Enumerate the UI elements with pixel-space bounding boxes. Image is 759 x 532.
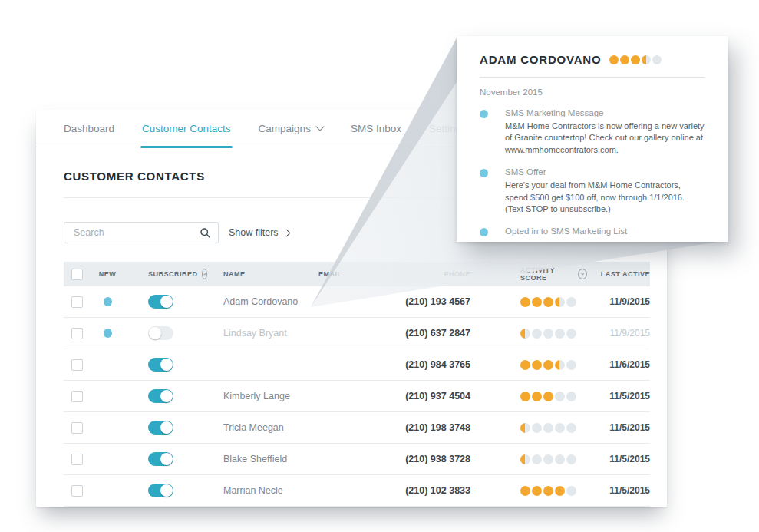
cell-select [64, 485, 90, 497]
table-row: Kimberly Lange(210) 937 450411/5/2015 [64, 381, 650, 412]
activity-score-dots [520, 297, 576, 307]
row-checkbox[interactable] [71, 296, 83, 308]
column-header-email: EMAIL [297, 270, 409, 278]
cell-last-active: 11/9/2015 [587, 296, 650, 307]
column-header-label: NAME [223, 270, 246, 278]
column-header-subscribed: SUBSCRIBED? [125, 269, 202, 279]
search-icon[interactable] [200, 227, 211, 239]
score-dot-empty [566, 297, 576, 307]
score-dot-full [620, 55, 629, 64]
row-checkbox[interactable] [71, 485, 83, 497]
subscribed-toggle[interactable] [148, 452, 173, 466]
row-checkbox[interactable] [71, 391, 83, 402]
cell-name: Kimberly Lange [202, 391, 297, 401]
bullet-icon [480, 110, 488, 118]
cell-subscribed [125, 358, 202, 372]
activity-score-dots [520, 329, 576, 339]
score-dot-empty [532, 329, 542, 339]
score-dot-full [532, 360, 542, 370]
select-all-checkbox[interactable] [71, 269, 83, 280]
help-icon[interactable]: ? [578, 269, 587, 279]
row-checkbox[interactable] [71, 422, 83, 434]
search-box[interactable] [64, 222, 219, 243]
column-header-label: NEW [99, 270, 117, 278]
subscribed-toggle[interactable] [148, 358, 173, 372]
column-header-label: PHONE [444, 270, 470, 278]
column-header-label: SUBSCRIBED [148, 270, 198, 278]
cell-subscribed [125, 295, 202, 309]
toggle-knob [149, 327, 161, 339]
subscribed-toggle[interactable] [148, 326, 173, 340]
score-dot-empty [566, 454, 576, 464]
popup-item-content: SMS Marketing MessageM&M Home Contractor… [505, 108, 705, 156]
cell-phone: (210) 938 3728 [409, 454, 501, 464]
row-checkbox[interactable] [71, 328, 83, 339]
search-input[interactable] [72, 226, 200, 239]
contacts-table: NEWSUBSCRIBED?NAMEEMAILPHONEACTIVITY SCO… [64, 262, 650, 507]
subscribed-toggle[interactable] [148, 295, 173, 309]
column-header-last_active: LAST ACTIVE [587, 270, 650, 278]
column-header-label: LAST ACTIVE [601, 270, 650, 278]
last-active-date: 11/5/2015 [609, 485, 650, 496]
contact-name: Marrian Necle [223, 485, 283, 496]
subscribed-toggle[interactable] [148, 484, 173, 497]
row-checkbox[interactable] [71, 359, 83, 371]
row-checkbox[interactable] [71, 454, 83, 465]
score-dot-half [555, 297, 565, 307]
contact-detail-popup: ADAM CORDOVANO November 2015 SMS Marketi… [457, 36, 728, 242]
cell-activity-score [501, 360, 587, 370]
toggle-knob [160, 296, 173, 308]
score-dot-empty [652, 55, 662, 64]
score-dot-full [532, 297, 542, 307]
cell-phone: (210) 637 2847 [409, 328, 501, 339]
nav-tab-label: Campaigns [259, 123, 311, 134]
cell-activity-score [501, 329, 587, 339]
score-dot-empty [543, 454, 553, 464]
popup-title-row: ADAM CORDOVANO [480, 53, 705, 66]
table-row: Tricia Meegan(210) 198 374811/5/2015 [64, 412, 650, 444]
cell-phone: (210) 193 4567 [409, 296, 501, 307]
column-header-select [64, 269, 90, 280]
activity-score-dots [520, 486, 576, 496]
cell-phone: (210) 937 4504 [409, 391, 501, 401]
toggle-knob [160, 484, 173, 497]
table-row: Blake Sheffield(210) 938 372811/5/2015 [64, 444, 650, 475]
contact-name: Tricia Meegan [223, 422, 284, 433]
contact-name: Lindsay Bryant [223, 328, 287, 339]
show-filters-link[interactable]: Show filters [229, 227, 289, 238]
score-dot-half [520, 423, 530, 433]
score-dot-empty [566, 360, 576, 370]
activity-score-dots [520, 454, 576, 464]
contact-name: Kimberly Lange [223, 391, 290, 401]
score-dot-empty [566, 486, 576, 496]
contact-phone: (210) 198 3748 [405, 422, 470, 433]
contact-phone: (210) 637 2847 [405, 328, 470, 339]
show-filters-label: Show filters [229, 227, 279, 238]
cell-select [64, 359, 90, 371]
contact-phone: (210) 102 3833 [405, 485, 470, 496]
popup-item-title: SMS Offer [505, 167, 705, 177]
nav-tab-dashboard[interactable]: Dashboard [64, 110, 114, 147]
score-dot-half [520, 329, 530, 339]
score-dot-full [520, 392, 530, 401]
score-dot-empty [555, 392, 565, 401]
toggle-knob [160, 359, 173, 371]
activity-score-dots [520, 392, 576, 401]
subscribed-toggle[interactable] [148, 389, 173, 403]
nav-tab-sms-inbox[interactable]: SMS Inbox [351, 110, 401, 147]
nav-tab-customer-contacts[interactable]: Customer Contacts [142, 110, 231, 147]
popup-activity-item: SMS Marketing MessageM&M Home Contractor… [480, 108, 705, 156]
score-dot-full [631, 55, 640, 64]
nav-tab-campaigns[interactable]: Campaigns [259, 110, 323, 147]
contact-name: Blake Sheffield [223, 454, 287, 464]
column-header-activity: ACTIVITY SCORE? [501, 266, 587, 282]
cell-last-active: 11/9/2015 [587, 328, 650, 339]
last-active-date: 11/5/2015 [609, 454, 650, 464]
popup-activity-score [609, 55, 662, 64]
table-header-row: NEWSUBSCRIBED?NAMEEMAILPHONEACTIVITY SCO… [64, 262, 650, 286]
subscribed-toggle[interactable] [148, 421, 173, 435]
bullet-icon [480, 169, 488, 177]
score-dot-empty [555, 423, 565, 433]
new-indicator-dot [104, 297, 112, 306]
table-row: Marrian Necle(210) 102 383311/5/2015 [64, 475, 650, 507]
